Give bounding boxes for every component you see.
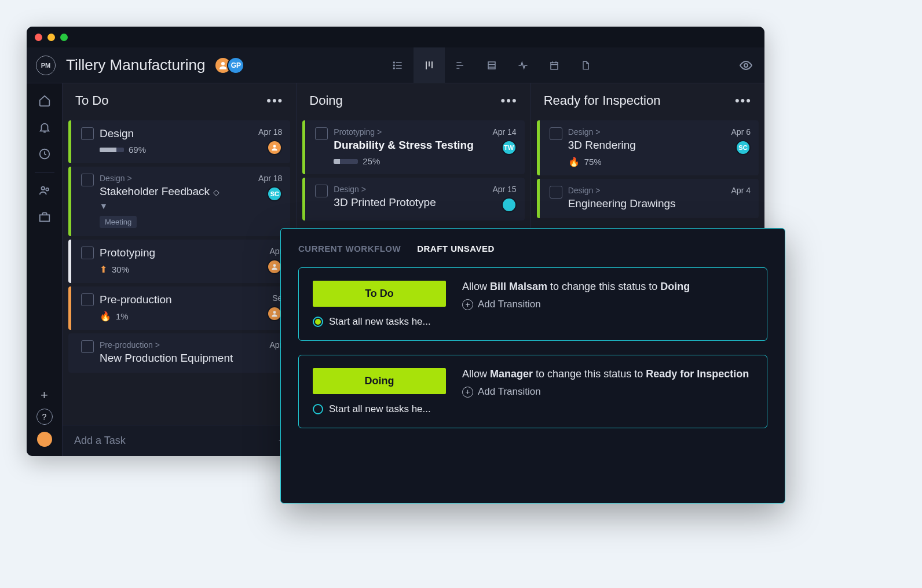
priority-flame-icon: 🔥 bbox=[100, 311, 111, 322]
card-body: Design > Stakeholder Feedback◇ ▼ Meeting bbox=[100, 174, 253, 228]
card-stripe bbox=[68, 286, 71, 330]
start-here-radio[interactable]: Start all new tasks he... bbox=[313, 403, 446, 415]
workflow-status-card[interactable]: Doing Start all new tasks he... Allow Ma… bbox=[298, 355, 767, 428]
card-title: Pre-production bbox=[100, 293, 261, 306]
task-card[interactable]: Pre-production > New Production Equipmen… bbox=[68, 333, 290, 373]
card-breadcrumb: Design > bbox=[568, 186, 726, 195]
complete-checkbox[interactable] bbox=[550, 127, 562, 140]
add-transition-button[interactable]: + Add Transition bbox=[462, 299, 753, 310]
plus-circle-icon: + bbox=[462, 387, 473, 398]
nav-recent-icon[interactable] bbox=[33, 141, 56, 167]
window-zoom-icon[interactable] bbox=[60, 34, 68, 41]
radio-label: Start all new tasks he... bbox=[329, 403, 431, 415]
task-card[interactable]: Prototyping ⬆ 30% Apr bbox=[68, 240, 290, 283]
status-pill[interactable]: Doing bbox=[313, 368, 446, 394]
complete-checkbox[interactable] bbox=[315, 185, 328, 197]
card-title: 3D Printed Prototype bbox=[334, 196, 486, 209]
card-tag[interactable]: Meeting bbox=[100, 216, 137, 228]
nav-people-icon[interactable] bbox=[33, 178, 56, 203]
status-pill[interactable]: To Do bbox=[313, 281, 446, 307]
progress-bar bbox=[334, 159, 358, 164]
sheet-view-icon[interactable] bbox=[476, 47, 507, 83]
assignee-avatar: SC bbox=[267, 186, 282, 201]
nav-home-icon[interactable] bbox=[33, 88, 56, 113]
column-to-do: To Do ••• Design 69% bbox=[63, 83, 297, 456]
due-date: Apr 18 bbox=[258, 127, 282, 137]
task-card[interactable]: Design > 3D Rendering 🔥 75% Apr 6 SC bbox=[537, 120, 759, 175]
add-task-button[interactable]: Add a Task + bbox=[63, 425, 296, 456]
card-meta: 🔥 75% bbox=[568, 156, 726, 167]
window-minimize-icon[interactable] bbox=[47, 34, 55, 41]
wf-right: Allow Manager to change this status to R… bbox=[462, 368, 753, 398]
task-card[interactable]: Design > 3D Printed Prototype Apr 15 bbox=[302, 178, 524, 220]
card-title: New Production Equipment bbox=[100, 352, 264, 365]
task-card[interactable]: Design > Stakeholder Feedback◇ ▼ Meeting… bbox=[68, 167, 290, 236]
card-right: Apr 14 TW bbox=[492, 127, 516, 166]
workflow-status-card[interactable]: To Do Start all new tasks he... Allow Bi… bbox=[298, 267, 767, 341]
task-card[interactable]: Prototyping > Durability & Stress Testin… bbox=[302, 120, 524, 174]
view-switcher bbox=[382, 47, 601, 83]
progress-percent: 25% bbox=[363, 156, 380, 166]
window-titlebar bbox=[27, 27, 764, 47]
column-title: Doing bbox=[309, 93, 342, 108]
due-date: Apr 15 bbox=[492, 185, 516, 194]
complete-checkbox[interactable] bbox=[81, 293, 94, 306]
files-view-icon[interactable] bbox=[570, 47, 601, 83]
complete-checkbox[interactable] bbox=[81, 127, 94, 140]
wf-right: Allow Bill Malsam to change this status … bbox=[462, 281, 753, 310]
chevron-down-icon[interactable]: ▼ bbox=[100, 201, 108, 211]
card-body: Pre-production 🔥 1% bbox=[100, 293, 261, 322]
task-card[interactable]: Design > Engineering Drawings Apr 4 bbox=[537, 179, 759, 218]
column-header: To Do ••• bbox=[63, 83, 296, 118]
window-close-icon[interactable] bbox=[35, 34, 42, 41]
calendar-view-icon[interactable] bbox=[539, 47, 570, 83]
card-breadcrumb: Design > bbox=[334, 185, 486, 194]
wf-left: To Do Start all new tasks he... bbox=[313, 281, 446, 328]
member-avatars[interactable]: GP bbox=[214, 57, 244, 74]
nav-help-icon[interactable]: ? bbox=[36, 409, 53, 425]
complete-checkbox[interactable] bbox=[550, 186, 562, 199]
app-logo-icon[interactable]: PM bbox=[36, 56, 56, 75]
task-card[interactable]: Design 69% Apr 18 bbox=[68, 120, 290, 163]
nav-add-icon[interactable]: + bbox=[41, 388, 48, 403]
progress-bar bbox=[100, 148, 124, 152]
nav-portfolio-icon[interactable] bbox=[33, 204, 56, 230]
tab-current-workflow[interactable]: CURRENT WORKFLOW bbox=[298, 244, 401, 253]
board-view-icon[interactable] bbox=[414, 47, 445, 83]
card-right: Apr 6 SC bbox=[731, 127, 751, 167]
project-title: Tillery Manufacturing bbox=[66, 56, 205, 74]
complete-checkbox[interactable] bbox=[81, 340, 94, 353]
tab-draft-unsaved[interactable]: DRAFT UNSAVED bbox=[417, 244, 495, 253]
visibility-icon[interactable] bbox=[739, 58, 753, 72]
milestone-icon: ◇ bbox=[213, 188, 219, 197]
column-menu-icon[interactable]: ••• bbox=[735, 93, 752, 108]
sidebar-separator bbox=[35, 172, 54, 173]
column-menu-icon[interactable]: ••• bbox=[266, 93, 283, 108]
svg-point-5 bbox=[394, 65, 395, 66]
start-here-radio[interactable]: Start all new tasks he... bbox=[313, 316, 446, 328]
assignee-avatar: TW bbox=[502, 140, 517, 155]
column-menu-icon[interactable]: ••• bbox=[501, 93, 518, 108]
task-card[interactable]: Pre-production 🔥 1% Se bbox=[68, 286, 290, 330]
nav-current-user-avatar[interactable] bbox=[36, 431, 53, 448]
card-title: Design bbox=[100, 127, 253, 140]
radio-label: Start all new tasks he... bbox=[329, 316, 431, 328]
svg-point-23 bbox=[46, 188, 49, 191]
list-view-icon[interactable] bbox=[382, 47, 414, 83]
progress-percent: 30% bbox=[112, 264, 129, 274]
complete-checkbox[interactable] bbox=[315, 127, 328, 140]
card-stripe bbox=[68, 240, 71, 283]
complete-checkbox[interactable] bbox=[81, 247, 94, 259]
activity-view-icon[interactable] bbox=[507, 47, 539, 83]
svg-point-25 bbox=[273, 145, 276, 148]
nav-notifications-icon[interactable] bbox=[33, 115, 56, 140]
card-list: Design 69% Apr 18 bbox=[63, 118, 296, 425]
card-stripe bbox=[537, 120, 540, 175]
card-stripe bbox=[302, 120, 305, 174]
gantt-view-icon[interactable] bbox=[445, 47, 476, 83]
complete-checkbox[interactable] bbox=[81, 174, 94, 186]
card-body: Design > 3D Printed Prototype bbox=[334, 185, 486, 212]
svg-point-0 bbox=[221, 62, 225, 65]
sidebar-bottom: + ? bbox=[36, 388, 53, 448]
add-transition-button[interactable]: + Add Transition bbox=[462, 386, 753, 398]
